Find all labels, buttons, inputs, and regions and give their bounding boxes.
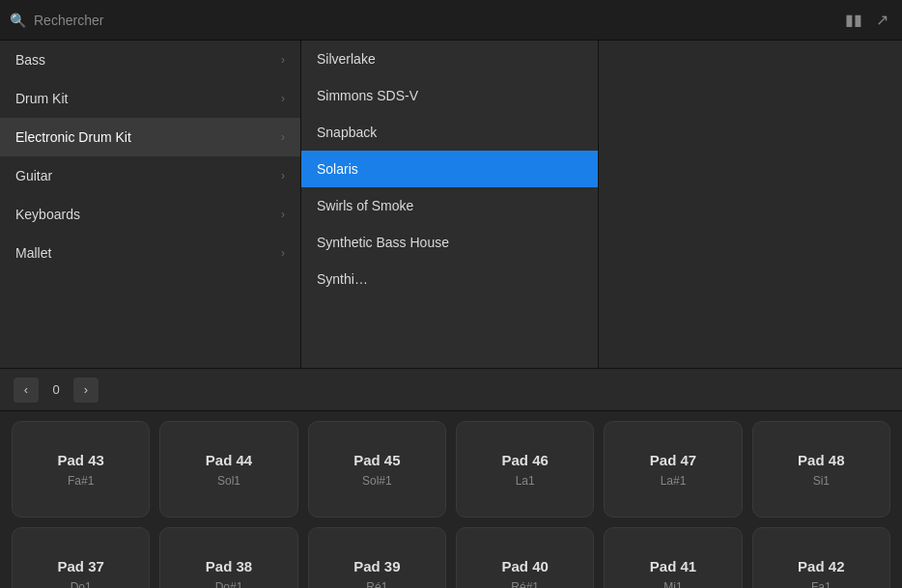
pad-name: Pad 39 [353, 558, 400, 574]
pad-note: Do1 [70, 580, 92, 589]
pad-name: Pad 45 [353, 452, 400, 468]
pad-cell-pad-45[interactable]: Pad 45Sol#1 [308, 421, 446, 518]
submenu-item-simmons[interactable]: Simmons SDS-V [301, 77, 598, 114]
pad-cell-pad-44[interactable]: Pad 44Sol1 [159, 421, 297, 518]
sidebar-item-label: Drum Kit [15, 91, 68, 106]
pad-name: Pad 47 [650, 452, 696, 468]
submenu-panel: Silverlake Simmons SDS-V Snapback Solari… [301, 41, 599, 368]
pad-note: La#1 [661, 474, 687, 488]
pad-cell-pad-37[interactable]: Pad 37Do1 [12, 527, 150, 588]
submenu-item-label: Simmons SDS-V [317, 88, 418, 103]
submenu-item-syntheticbasshouse[interactable]: Synthetic Bass House [301, 224, 598, 261]
submenu-item-snapback[interactable]: Snapback [301, 114, 598, 151]
pad-cell-pad-39[interactable]: Pad 39Ré1 [308, 527, 446, 588]
sidebar-item-electronicdrumkit[interactable]: Electronic Drum Kit › [0, 118, 300, 156]
chevron-right-icon: › [281, 92, 285, 105]
pad-note: Mi1 [663, 580, 682, 589]
pads-section: Pad 43Fa#1Pad 44Sol1Pad 45Sol#1Pad 46La1… [0, 411, 902, 588]
sidebar-item-label: Keyboards [15, 207, 80, 222]
pad-cell-pad-38[interactable]: Pad 38Do#1 [159, 527, 297, 588]
submenu-item-label: Synthi… [317, 271, 368, 287]
submenu-item-label: Solaris [317, 161, 358, 177]
pad-cell-pad-43[interactable]: Pad 43Fa#1 [12, 421, 150, 518]
sidebar-item-label: Guitar [15, 168, 52, 183]
pad-note: Ré1 [366, 580, 387, 589]
search-input[interactable] [34, 13, 833, 28]
pad-note: Fa#1 [68, 474, 94, 488]
pad-note: Fa1 [811, 580, 832, 589]
pad-name: Pad 37 [57, 558, 103, 574]
sidebar-item-mallet[interactable]: Mallet › [0, 234, 300, 272]
submenu-item-label: Snapback [317, 125, 377, 140]
pad-cell-pad-40[interactable]: Pad 40Ré#1 [456, 527, 594, 588]
next-page-button[interactable]: › [73, 378, 99, 403]
submenu-item-label: Swirls of Smoke [317, 198, 413, 213]
pad-name: Pad 40 [501, 558, 548, 574]
pagination-bar: ‹ 0 › [0, 369, 902, 411]
pad-name: Pad 43 [57, 452, 103, 468]
sidebar-item-keyboards[interactable]: Keyboards › [0, 195, 300, 234]
submenu-item-silverlake[interactable]: Silverlake [301, 41, 598, 77]
submenu-item-label: Silverlake [317, 51, 376, 67]
pad-name: Pad 46 [501, 452, 548, 468]
pad-name: Pad 41 [650, 558, 696, 574]
sidebar: Bass › Drum Kit › Electronic Drum Kit › … [0, 41, 301, 368]
chevron-right-icon: › [281, 246, 285, 260]
pad-note: La1 [516, 474, 535, 488]
sidebar-item-label: Electronic Drum Kit [15, 129, 131, 145]
chevron-right-icon: › [281, 208, 285, 221]
pad-cell-pad-48[interactable]: Pad 48Si1 [752, 421, 890, 518]
pad-note: Ré#1 [511, 580, 539, 589]
search-icon: 🔍 [10, 13, 26, 28]
pad-note: Sol1 [217, 474, 240, 488]
sidebar-item-label: Mallet [15, 245, 51, 261]
sidebar-item-drumkit[interactable]: Drum Kit › [0, 79, 300, 118]
prev-page-button[interactable]: ‹ [14, 378, 39, 403]
pad-name: Pad 42 [798, 558, 844, 574]
pad-cell-pad-41[interactable]: Pad 41Mi1 [604, 527, 742, 588]
pad-name: Pad 38 [206, 558, 252, 574]
chevron-right-icon: › [281, 169, 285, 182]
chevron-right-icon: › [281, 130, 285, 144]
pad-note: Si1 [813, 474, 830, 488]
sidebar-item-bass[interactable]: Bass › [0, 41, 300, 79]
submenu-item-solaris[interactable]: Solaris [301, 151, 598, 187]
expand-icon[interactable]: ↗ [872, 9, 892, 31]
sidebar-item-label: Bass [15, 52, 45, 68]
search-bar: 🔍 ▮▮ ↗ [0, 0, 902, 41]
pad-cell-pad-46[interactable]: Pad 46La1 [456, 421, 594, 518]
page-number: 0 [46, 382, 66, 397]
submenu-item-label: Synthetic Bass House [317, 235, 449, 250]
main-area: Bass › Drum Kit › Electronic Drum Kit › … [0, 41, 902, 369]
pad-note: Sol#1 [362, 474, 392, 488]
submenu-item-synthi[interactable]: Synthi… [301, 261, 598, 297]
toolbar-icons: ▮▮ ↗ [841, 9, 892, 31]
pad-name: Pad 48 [798, 452, 844, 468]
pads-row-top: Pad 43Fa#1Pad 44Sol1Pad 45Sol#1Pad 46La1… [12, 421, 890, 518]
pads-row-bottom: Pad 37Do1Pad 38Do#1Pad 39Ré1Pad 40Ré#1Pa… [12, 527, 890, 588]
pad-name: Pad 44 [206, 452, 252, 468]
pad-note: Do#1 [215, 580, 243, 589]
pad-cell-pad-42[interactable]: Pad 42Fa1 [752, 527, 890, 588]
sidebar-item-guitar[interactable]: Guitar › [0, 156, 300, 195]
chevron-right-icon: › [281, 53, 285, 67]
window-icon[interactable]: ▮▮ [841, 9, 866, 31]
pad-cell-pad-47[interactable]: Pad 47La#1 [604, 421, 742, 518]
submenu-item-swirls[interactable]: Swirls of Smoke [301, 187, 598, 224]
